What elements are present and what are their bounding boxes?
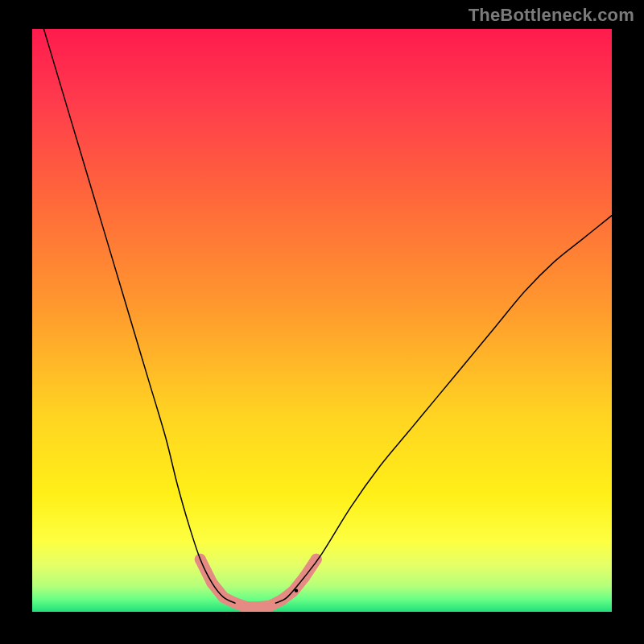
watermark-text: TheBottleneck.com <box>469 5 634 26</box>
chart-background <box>32 29 612 612</box>
plot-area <box>32 29 612 612</box>
chart-svg <box>32 29 612 612</box>
chart-container: TheBottleneck.com <box>0 0 644 644</box>
